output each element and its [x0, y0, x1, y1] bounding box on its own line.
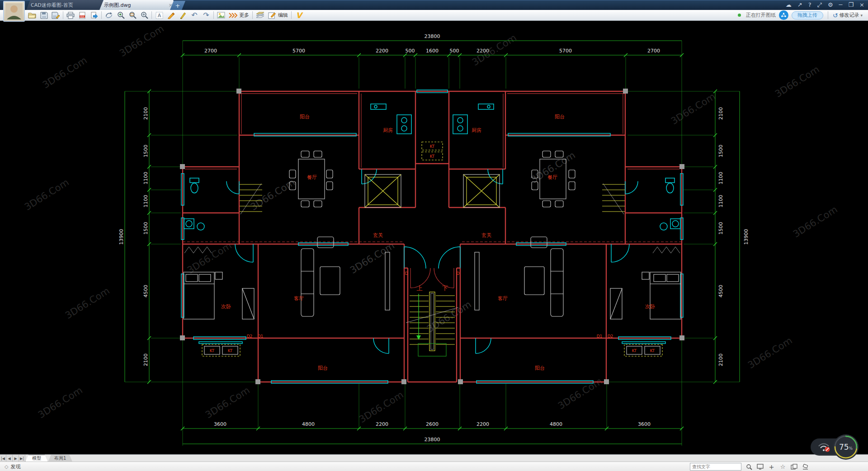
open-file-button[interactable] [26, 10, 38, 20]
svg-text:厨房: 厨房 [383, 127, 393, 133]
svg-text:3D66.Com: 3D66.Com [41, 55, 89, 90]
svg-text:D1: D1 [597, 334, 603, 339]
cloud-sync-button[interactable] [779, 10, 788, 20]
crosshair-icon[interactable]: + [768, 463, 775, 471]
toolbar-separator [63, 11, 63, 19]
zoom-extents-button[interactable] [138, 10, 150, 20]
tab-home[interactable]: CAD迷你看图-首页 [26, 0, 107, 10]
save-as-button[interactable] [50, 10, 61, 20]
print-button[interactable] [65, 10, 76, 20]
svg-text:2100: 2100 [718, 353, 724, 366]
zoom-window-button[interactable] [127, 10, 138, 20]
drawing-canvas[interactable]: .w{stroke:#c23b3b;stroke-width:2.4;fill:… [0, 21, 868, 454]
redo-button[interactable]: ↷ [200, 10, 212, 20]
cloud-icon[interactable]: ☁ [786, 0, 792, 10]
last-sheet-button[interactable]: ▶| [19, 455, 25, 462]
svg-text:1100: 1100 [143, 172, 149, 184]
svg-text:3D66.Com: 3D66.Com [36, 385, 85, 420]
tab-model[interactable]: 模型 [25, 455, 48, 462]
minimize-button[interactable]: ─ [839, 0, 843, 10]
full-screen-view-icon[interactable] [756, 463, 764, 471]
find-text-input[interactable] [690, 463, 741, 471]
svg-text:3D66.Com: 3D66.Com [203, 385, 252, 420]
convert-file-button[interactable] [88, 10, 100, 20]
discover-button[interactable]: ◇ 发现 [0, 463, 20, 470]
brush-markup-button[interactable] [177, 10, 189, 20]
main-toolbar: PDF A ↶ ↷ 更多 编辑 V [0, 10, 868, 21]
help-icon[interactable]: ? [808, 0, 811, 10]
svg-text:2600: 2600 [426, 421, 439, 427]
svg-text:D2: D2 [247, 334, 253, 339]
svg-text:KT: KT [430, 154, 435, 159]
layers-panel-icon[interactable] [790, 463, 798, 471]
zoom-level-widget[interactable]: 75% [833, 434, 859, 460]
svg-text:1100: 1100 [143, 195, 149, 207]
tab-document[interactable]: 示例图.dwg × [99, 0, 177, 10]
close-button[interactable]: × [859, 0, 864, 10]
svg-text:4800: 4800 [550, 421, 562, 427]
svg-text:3600: 3600 [638, 421, 651, 427]
svg-text:1500: 1500 [718, 145, 724, 157]
svg-text:1600: 1600 [426, 48, 439, 54]
svg-text:餐厅: 餐厅 [547, 174, 557, 180]
edit-mode-icon[interactable] [266, 10, 278, 20]
svg-text:1500: 1500 [718, 222, 724, 235]
drag-upload-button[interactable]: 拖拽上传 [792, 11, 823, 19]
next-sheet-button[interactable]: ▶ [13, 455, 19, 462]
toolbar-separator [213, 11, 214, 19]
wifi-off-icon [817, 442, 830, 452]
user-avatar[interactable] [3, 1, 25, 22]
svg-text:阳台: 阳台 [535, 365, 545, 371]
svg-text:2100: 2100 [718, 107, 724, 120]
toolbar-separator [151, 11, 152, 19]
tab-layout1-label: 布局1 [54, 455, 66, 462]
central-core [404, 90, 460, 382]
svg-text:3D66.Com: 3D66.Com [348, 240, 396, 276]
svg-text:KT: KT [632, 349, 637, 353]
prev-sheet-button[interactable]: ◀ [6, 455, 13, 462]
svg-text:KT: KT [650, 349, 655, 353]
save-button[interactable] [38, 10, 50, 20]
history-icon: ↺ [833, 12, 838, 19]
export-pdf-button[interactable]: PDF [76, 10, 88, 20]
share-icon[interactable]: ↗ [797, 0, 802, 10]
svg-text:3D66.Com: 3D66.Com [23, 177, 71, 212]
pan-rotate-button[interactable] [103, 10, 115, 20]
svg-text:2200: 2200 [376, 421, 388, 427]
svg-text:KT: KT [430, 144, 435, 149]
tab-document-label: 示例图.dwg [104, 2, 131, 9]
more-tools-label[interactable]: 更多 [239, 12, 249, 19]
history-label: 修改记录 [839, 12, 859, 19]
search-icon[interactable] [745, 463, 753, 471]
logo-v: V [296, 11, 302, 20]
undo-button[interactable]: ↶ [189, 10, 200, 20]
svg-text:D1: D1 [258, 334, 264, 339]
restore-button[interactable]: ❐ [848, 0, 854, 10]
door-arcs [226, 169, 426, 353]
svg-text:5700: 5700 [292, 48, 305, 54]
favorite-star-icon[interactable]: ☆ [779, 463, 787, 471]
settings-gear-icon[interactable]: ⚙ [828, 0, 833, 10]
layers-button[interactable] [254, 10, 266, 20]
insert-image-button[interactable] [215, 10, 227, 20]
toolbar-right-cluster: 正在打开图纸 拖拽上传 ↺ 修改记录 ▾ [738, 10, 868, 20]
svg-text:上: 上 [417, 285, 423, 292]
more-tools-icon[interactable] [227, 10, 239, 20]
fullscreen-icon[interactable]: ⤢ [817, 0, 822, 10]
discover-label: 发现 [10, 463, 20, 470]
svg-text:5700: 5700 [559, 48, 572, 54]
edit-mode-label[interactable]: 编辑 [278, 12, 288, 19]
history-button[interactable]: ↺ 修改记录 ▾ [833, 12, 863, 19]
drag-upload-label: 拖拽上传 [797, 12, 817, 19]
svg-text:客厅: 客厅 [294, 296, 304, 301]
zoom-in-button[interactable] [115, 10, 127, 20]
first-sheet-button[interactable]: |◀ [0, 455, 6, 462]
eraser-icon[interactable] [802, 463, 809, 471]
tab-layout1[interactable]: 布局1 [48, 455, 72, 462]
loading-icon [738, 14, 741, 17]
text-annotate-button[interactable]: A [153, 10, 165, 20]
floor-plan-drawing: .w{stroke:#c23b3b;stroke-width:2.4;fill:… [0, 21, 868, 454]
pencil-markup-button[interactable] [165, 10, 177, 20]
toolbar-separator [252, 11, 253, 19]
floor-plan-left-unit [180, 89, 432, 384]
